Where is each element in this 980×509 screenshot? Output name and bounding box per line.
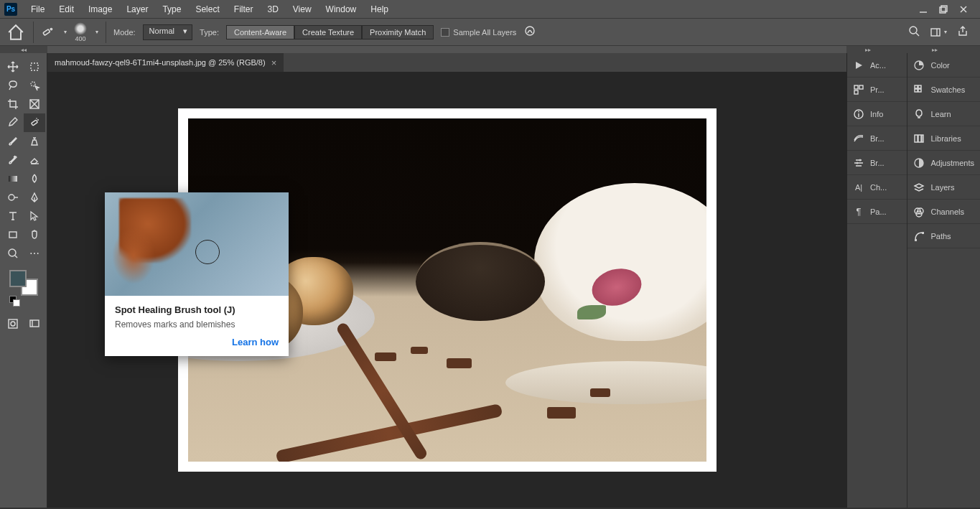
panel-properties[interactable]: Pr... — [847, 78, 907, 102]
lasso-tool[interactable] — [2, 76, 24, 95]
sample-all-layers-label: Sample All Layers — [453, 28, 516, 37]
clone-stamp-tool[interactable] — [24, 132, 45, 151]
panel-adjustments[interactable]: Adjustments — [907, 151, 980, 175]
pressure-size-button[interactable] — [523, 24, 536, 39]
swatches-icon — [913, 84, 925, 95]
panel-collapse-tab-1[interactable]: ▸▸ — [846, 46, 890, 53]
panel-collapse-tab-2[interactable]: ▸▸ — [890, 46, 980, 53]
foreground-color-swatch[interactable] — [9, 270, 27, 287]
close-tab-icon[interactable]: × — [271, 57, 277, 68]
chevron-down-icon[interactable]: ▾ — [95, 29, 98, 35]
panel-paragraph[interactable]: ¶Pa... — [847, 200, 907, 224]
menu-layer[interactable]: Layer — [120, 1, 154, 17]
panel-actions[interactable]: Ac... — [847, 53, 907, 78]
document-tab[interactable]: mahmoud-fawzy-qel9-6T1mi4-unsplash.jpg @… — [47, 53, 284, 72]
brush-tool[interactable] — [2, 132, 24, 151]
type-tool[interactable] — [2, 207, 24, 225]
menu-bar: Ps File Edit Image Layer Type Select Fil… — [0, 0, 980, 18]
default-colors-icon[interactable] — [9, 296, 19, 306]
panel-label: Ch... — [870, 183, 887, 192]
menu-type[interactable]: Type — [156, 1, 187, 17]
menu-help[interactable]: Help — [364, 1, 395, 17]
panel-layers[interactable]: Layers — [907, 175, 980, 200]
type-content-aware-button[interactable]: Content-Aware — [226, 25, 294, 39]
menu-file[interactable]: File — [24, 1, 51, 17]
hand-tool[interactable] — [24, 225, 45, 244]
rectangle-tool[interactable] — [2, 225, 24, 244]
move-tool[interactable] — [2, 57, 24, 76]
menu-filter[interactable]: Filter — [228, 1, 260, 17]
panel-paths[interactable]: Paths — [907, 224, 980, 248]
menu-window[interactable]: Window — [319, 1, 363, 17]
screen-mode-tool[interactable] — [24, 314, 45, 333]
divider — [33, 22, 34, 43]
dodge-tool[interactable] — [2, 188, 24, 207]
panel-character[interactable]: A|Ch... — [847, 175, 907, 200]
window-minimize-icon[interactable] — [918, 4, 928, 14]
quick-mask-tool[interactable] — [2, 314, 24, 333]
search-button[interactable] — [908, 25, 920, 39]
zoom-tool[interactable] — [2, 244, 24, 263]
menu-image[interactable]: Image — [82, 1, 118, 17]
brush-preset-picker[interactable]: 400 — [74, 22, 87, 42]
menu-view[interactable]: View — [286, 1, 318, 17]
type-proximity-match-button[interactable]: Proximity Match — [362, 25, 434, 39]
tooltip-learn-link[interactable]: Learn how — [232, 337, 279, 347]
color-swatches[interactable] — [9, 270, 38, 296]
panel-color[interactable]: Color — [907, 53, 980, 78]
mode-select[interactable]: Normal ▾ — [143, 24, 192, 40]
eyedropper-tool[interactable] — [2, 113, 24, 132]
window-close-icon[interactable] — [958, 4, 969, 14]
marquee-tool[interactable] — [24, 57, 45, 76]
adjustments-icon — [913, 157, 925, 169]
svg-rect-33 — [854, 90, 858, 94]
eraser-tool[interactable] — [24, 151, 45, 169]
menu-edit[interactable]: Edit — [52, 1, 80, 17]
share-button[interactable] — [957, 25, 969, 39]
menu-3d[interactable]: 3D — [261, 1, 284, 17]
tooltip-title: Spot Healing Brush tool (J) — [115, 304, 279, 315]
workspace-switcher[interactable]: ▾ — [930, 27, 947, 38]
history-brush-tool[interactable] — [2, 151, 24, 169]
chevron-down-icon[interactable]: ▾ — [64, 29, 67, 35]
pen-tool[interactable] — [24, 188, 45, 207]
panel-brush-settings[interactable]: Br... — [847, 126, 907, 151]
gradient-tool[interactable] — [2, 169, 24, 188]
svg-rect-17 — [31, 120, 37, 126]
quick-select-tool[interactable] — [24, 76, 45, 95]
paragraph-icon: ¶ — [853, 206, 864, 218]
document-tab-bar: mahmoud-fawzy-qel9-6T1mi4-unsplash.jpg @… — [47, 53, 846, 72]
tooltip-description: Removes marks and blemishes — [115, 319, 279, 330]
tools-toolbar: ⋯ — [0, 53, 47, 508]
svg-rect-21 — [9, 176, 17, 182]
options-bar: ▾ 400 ▾ Mode: Normal ▾ Type: Content-Awa… — [0, 18, 980, 45]
brush-preview-icon — [74, 22, 87, 35]
crop-tool[interactable] — [2, 95, 24, 113]
toolbar-collapse-tab[interactable]: ◂◂ — [0, 46, 47, 53]
path-select-tool[interactable] — [24, 207, 45, 225]
divider — [106, 22, 106, 43]
type-create-texture-button[interactable]: Create Texture — [294, 25, 362, 39]
panel-label: Br... — [870, 159, 885, 167]
panel-label: Layers — [930, 183, 954, 192]
frame-tool[interactable] — [24, 95, 45, 113]
home-button[interactable] — [6, 22, 26, 42]
play-icon — [853, 60, 864, 71]
paths-icon — [913, 230, 925, 242]
menu-select[interactable]: Select — [189, 1, 225, 17]
tool-preset-picker[interactable] — [41, 25, 55, 39]
libraries-icon — [913, 133, 925, 144]
panel-brushes[interactable]: Br... — [847, 151, 907, 175]
panel-channels[interactable]: Channels — [907, 200, 980, 224]
svg-rect-45 — [918, 135, 921, 142]
panel-info[interactable]: Info — [847, 102, 907, 126]
panel-learn[interactable]: Learn — [907, 102, 980, 126]
spot-healing-brush-tool[interactable] — [24, 113, 45, 132]
panel-swatches[interactable]: Swatches — [907, 78, 980, 102]
window-restore-icon[interactable] — [938, 4, 948, 14]
svg-rect-31 — [854, 85, 858, 89]
sample-all-layers-checkbox[interactable]: Sample All Layers — [441, 28, 516, 37]
edit-toolbar-button[interactable]: ⋯ — [24, 244, 45, 263]
panel-libraries[interactable]: Libraries — [907, 126, 980, 151]
blur-tool[interactable] — [24, 169, 45, 188]
